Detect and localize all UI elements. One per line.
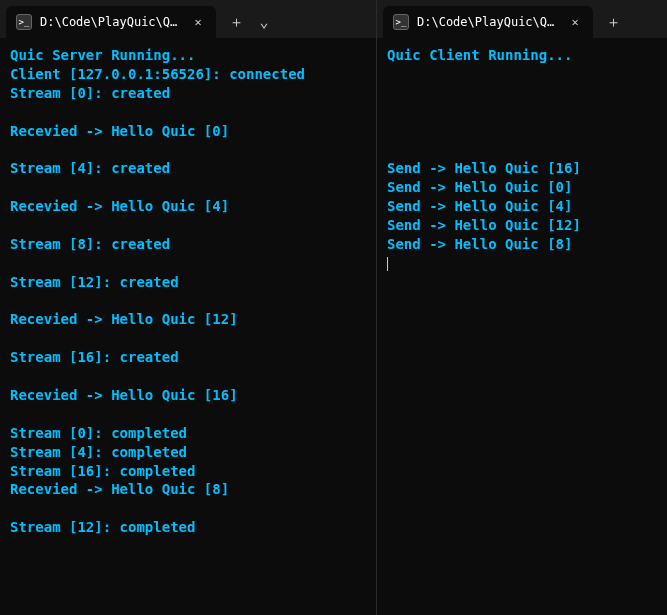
terminal-line: Stream [4]: completed — [10, 443, 366, 462]
terminal-line: Send -> Hello Quic [8] — [387, 235, 657, 254]
terminal-line: Recevied -> Hello Quic [4] — [10, 197, 366, 216]
terminal-pane-right: >_ D:\Code\PlayQuic\QuicClient\ ✕ ＋ Quic… — [377, 0, 667, 615]
terminal-line: Send -> Hello Quic [4] — [387, 197, 657, 216]
terminal-output-client[interactable]: Quic Client Running...Send -> Hello Quic… — [377, 38, 667, 615]
tab-client[interactable]: >_ D:\Code\PlayQuic\QuicClient\ ✕ — [383, 6, 593, 38]
terminal-line: Stream [0]: created — [10, 84, 366, 103]
terminal-line: Send -> Hello Quic [16] — [387, 159, 657, 178]
terminal-line — [10, 216, 366, 235]
terminal-line — [387, 103, 657, 122]
terminal-line: Recevied -> Hello Quic [12] — [10, 310, 366, 329]
terminal-icon: >_ — [16, 14, 32, 30]
terminal-line: Send -> Hello Quic [0] — [387, 178, 657, 197]
tab-title: D:\Code\PlayQuic\QuicClient\ — [417, 15, 559, 29]
terminal-line: Stream [16]: completed — [10, 462, 366, 481]
terminal-line — [10, 367, 366, 386]
cursor — [387, 257, 388, 271]
terminal-pane-left: >_ D:\Code\PlayQuic\QuicServer ✕ ＋ ⌄ Qui… — [0, 0, 377, 615]
close-icon[interactable]: ✕ — [567, 14, 583, 30]
tab-dropdown-button[interactable]: ⌄ — [256, 14, 272, 30]
terminal-line: Recevied -> Hello Quic [8] — [10, 480, 366, 499]
terminal-line — [387, 140, 657, 159]
tab-server[interactable]: >_ D:\Code\PlayQuic\QuicServer ✕ — [6, 6, 216, 38]
new-tab-button[interactable]: ＋ — [228, 14, 244, 30]
terminal-line: Recevied -> Hello Quic [16] — [10, 386, 366, 405]
new-tab-button[interactable]: ＋ — [605, 14, 621, 30]
terminal-line: Stream [12]: created — [10, 273, 366, 292]
terminal-line — [10, 329, 366, 348]
terminal-line: Quic Client Running... — [387, 46, 657, 65]
terminal-line — [10, 178, 366, 197]
terminal-line: Stream [16]: created — [10, 348, 366, 367]
terminal-output-server[interactable]: Quic Server Running...Client [127.0.0.1:… — [0, 38, 376, 615]
close-icon[interactable]: ✕ — [190, 14, 206, 30]
terminal-line: Stream [4]: created — [10, 159, 366, 178]
tab-actions: ＋ ⌄ — [216, 6, 284, 38]
terminal-line — [387, 122, 657, 141]
tab-actions: ＋ — [593, 6, 633, 38]
terminal-line — [10, 140, 366, 159]
terminal-line — [10, 499, 366, 518]
terminal-line: Send -> Hello Quic [12] — [387, 216, 657, 235]
terminal-line — [10, 405, 366, 424]
terminal-cursor-line — [387, 254, 657, 273]
terminal-icon: >_ — [393, 14, 409, 30]
terminal-line — [387, 65, 657, 84]
terminal-line: Stream [0]: completed — [10, 424, 366, 443]
terminal-line: Stream [8]: created — [10, 235, 366, 254]
terminal-line: Stream [12]: completed — [10, 518, 366, 537]
terminal-line: Client [127.0.0.1:56526]: connected — [10, 65, 366, 84]
terminal-line: Recevied -> Hello Quic [0] — [10, 122, 366, 141]
tab-bar-right: >_ D:\Code\PlayQuic\QuicClient\ ✕ ＋ — [377, 0, 667, 38]
tab-bar-left: >_ D:\Code\PlayQuic\QuicServer ✕ ＋ ⌄ — [0, 0, 376, 38]
terminal-line — [387, 84, 657, 103]
terminal-line — [10, 103, 366, 122]
terminal-line: Quic Server Running... — [10, 46, 366, 65]
terminal-line — [10, 254, 366, 273]
tab-title: D:\Code\PlayQuic\QuicServer — [40, 15, 182, 29]
terminal-line — [10, 292, 366, 311]
